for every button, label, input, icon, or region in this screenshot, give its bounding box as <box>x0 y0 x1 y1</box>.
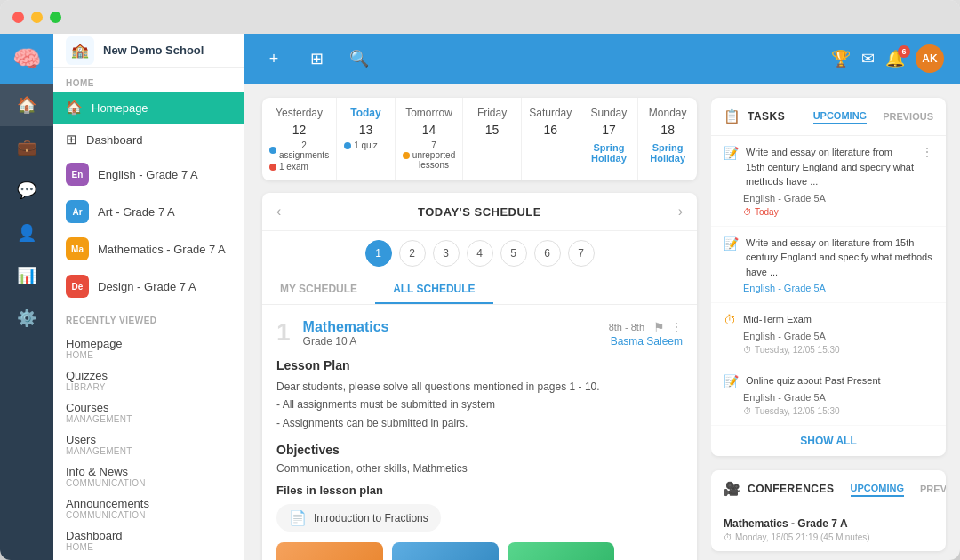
cal-day-monday: Monday 18 Spring Holiday <box>638 98 697 180</box>
rv-announcements[interactable]: Announcements COMMUNICATION <box>53 492 244 524</box>
rv-dashboard-sub: HOME <box>66 542 232 552</box>
search-button[interactable]: 🔍 <box>346 45 372 72</box>
bell-icon-wrap[interactable]: 🔔 6 <box>885 49 905 68</box>
cal-day-today: Today 13 1 quiz <box>337 98 396 180</box>
task-item-4: 📝 Online quiz about Past Present English… <box>711 364 946 426</box>
trophy-icon: 🏆 <box>831 50 851 68</box>
class-item-math[interactable]: Ma Mathematics - Grade 7 A <box>53 230 244 268</box>
class-item-english[interactable]: En English - Grade 7 A <box>53 156 244 193</box>
task-4-sub: English - Grade 5A <box>743 392 933 403</box>
friday-label: Friday <box>470 107 514 119</box>
user-avatar[interactable]: AK <box>916 44 944 73</box>
event-dot <box>269 147 276 154</box>
app-logo[interactable]: 🧠 <box>0 34 53 84</box>
lesson-image-3: 📖 <box>508 542 614 560</box>
rv-quizzes-name: Quizzes <box>66 369 232 382</box>
sidebar-item-homepage[interactable]: 🏠 Homepage <box>53 92 244 124</box>
task-4-time-text: Tuesday, 12/05 15:30 <box>755 406 840 416</box>
sidebar-icon-briefcase[interactable]: 💼 <box>0 126 53 169</box>
dashboard-label: Dashboard <box>86 133 143 147</box>
task-2-class-link[interactable]: English - Grade 5A <box>743 283 826 293</box>
yesterday-event-2-text: 1 exam <box>279 162 308 172</box>
task-4-time: ⏱ Tuesday, 12/05 15:30 <box>743 406 840 416</box>
conf-tab-previous[interactable]: PREVIOUS <box>920 482 946 496</box>
flag-icon[interactable]: ⚑ <box>653 320 665 334</box>
period-tab-2[interactable]: 2 <box>399 240 426 267</box>
design-label: Design - Grade 7 A <box>98 280 196 293</box>
schedule-title: TODAY'S SCHEDULE <box>281 205 677 219</box>
period-tab-4[interactable]: 4 <box>467 240 493 267</box>
lesson-title-row: Mathematics 8th - 8th ⚑ ⋮ <box>303 319 683 335</box>
add-button[interactable]: + <box>260 45 287 72</box>
show-all-button[interactable]: SHOW ALL <box>711 426 946 456</box>
main-area: + ⊞ 🔍 🏆 ✉ 🔔 6 AK <box>244 34 960 560</box>
task-3-time-text: Tuesday, 12/05 15:30 <box>755 345 840 355</box>
sunday-num: 17 <box>588 123 631 137</box>
tab-all-schedule[interactable]: ALL SCHEDULE <box>375 276 492 304</box>
rv-courses[interactable]: Courses MANAGEMENT <box>53 396 244 428</box>
today-events: 1 quiz <box>344 140 388 150</box>
rv-dashboard-name: Dashboard <box>66 529 232 542</box>
sidebar-icon-person[interactable]: 👤 <box>0 212 53 254</box>
lesson-class-row: Grade 10 A Basma Saleem <box>303 335 683 348</box>
conf-tab-upcoming[interactable]: UPCOMING <box>851 481 905 497</box>
trophy-icon-wrap[interactable]: 🏆 <box>831 49 851 68</box>
tasks-tab-upcoming[interactable]: UPCOMING <box>813 108 868 124</box>
event-dot <box>344 142 351 149</box>
task-2-icon: 📝 <box>724 236 739 251</box>
tomorrow-events: 7 unreported lessons <box>403 140 455 170</box>
task-1-more[interactable]: ⋮ <box>921 145 933 159</box>
period-tab-3[interactable]: 3 <box>433 240 460 267</box>
schedule-next-button[interactable]: › <box>678 204 683 220</box>
rv-quizzes[interactable]: Quizzes LIBRARY <box>53 364 244 396</box>
sidebar-icon-settings[interactable]: ⚙️ <box>0 297 53 340</box>
grid-button[interactable]: ⊞ <box>303 45 330 72</box>
topbar-icons: 🏆 ✉ 🔔 6 AK <box>831 44 944 73</box>
rv-homepage[interactable]: Homepage HOME <box>53 332 244 364</box>
period-tab-1[interactable]: 1 <box>365 240 392 267</box>
close-dot[interactable] <box>12 12 24 23</box>
sidebar-item-dashboard[interactable]: ⊞ Dashboard <box>53 124 244 156</box>
plan-text: Dear students, please solve all question… <box>276 378 683 432</box>
class-item-art[interactable]: Ar Art - Grade 7 A <box>53 193 244 230</box>
tasks-card: 📋 TASKS UPCOMING PREVIOUS 📝 Write and es… <box>711 98 946 456</box>
topbar: + ⊞ 🔍 🏆 ✉ 🔔 6 AK <box>244 34 960 84</box>
file-badge[interactable]: 📄 Introduction to Fractions <box>276 504 441 532</box>
files-title: Files in lesson plan <box>276 484 683 497</box>
rv-dashboard[interactable]: Dashboard HOME <box>53 524 244 556</box>
cal-day-saturday: Saturday 16 <box>522 98 580 180</box>
mail-icon-wrap[interactable]: ✉ <box>861 49 875 68</box>
image-block-2: 👩‍🎓 <box>392 542 499 560</box>
art-badge: Ar <box>66 200 89 223</box>
period-tab-7[interactable]: 7 <box>568 240 595 267</box>
task-1-icon: 📝 <box>724 146 739 160</box>
sidebar-icon-chart[interactable]: 📊 <box>0 254 53 297</box>
rv-info-news[interactable]: Info & News COMMUNICATION <box>53 460 244 492</box>
schedule-sub-tabs: MY SCHEDULE ALL SCHEDULE <box>262 276 697 305</box>
period-tabs: 1 2 3 4 5 6 7 <box>262 231 697 276</box>
more-icon[interactable]: ⋮ <box>670 320 683 334</box>
art-label: Art - Grade 7 A <box>98 205 175 219</box>
rv-users[interactable]: Users MANAGEMENT <box>53 428 244 460</box>
homepage-label: Homepage <box>92 101 148 115</box>
rv-users-sub: MANAGEMENT <box>66 446 232 456</box>
yesterday-label: Yesterday <box>269 107 329 119</box>
saturday-num: 16 <box>529 123 572 137</box>
period-tab-6[interactable]: 6 <box>534 240 561 267</box>
rv-announcements-name: Announcements <box>66 497 232 510</box>
minimize-dot[interactable] <box>31 12 43 23</box>
cal-day-sunday: Sunday 17 Spring Holiday <box>580 98 639 180</box>
image-block-3: 📖 <box>508 542 614 560</box>
rv-courses-name: Courses <box>66 401 232 414</box>
period-tab-5[interactable]: 5 <box>500 240 527 267</box>
sidebar-icon-chat[interactable]: 💬 <box>0 169 53 212</box>
maximize-dot[interactable] <box>50 12 61 23</box>
clock-icon-4: ⏱ <box>743 406 752 416</box>
today-num: 13 <box>344 123 388 137</box>
tasks-tab-previous[interactable]: PREVIOUS <box>883 109 933 124</box>
tab-my-schedule[interactable]: MY SCHEDULE <box>262 276 375 304</box>
class-item-design[interactable]: De Design - Grade 7 A <box>53 268 244 305</box>
sidebar-icon-home[interactable]: 🏠 <box>0 84 53 126</box>
conferences-title: CONFERENCES <box>748 483 835 495</box>
schedule-section: ‹ TODAY'S SCHEDULE › 1 2 3 4 5 6 7 <box>262 193 697 560</box>
